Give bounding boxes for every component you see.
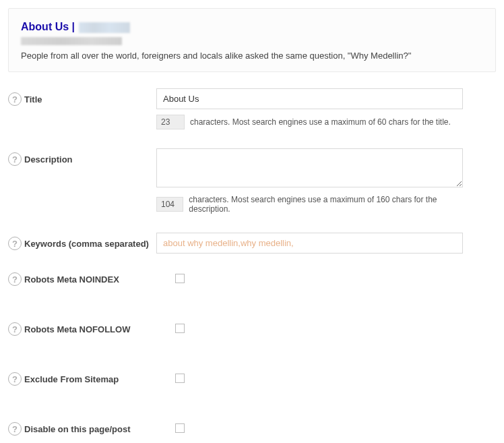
help-icon[interactable]: ? [8,372,22,386]
nofollow-checkbox[interactable] [175,324,185,333]
description-count: 104 [156,197,183,212]
noindex-checkbox[interactable] [175,274,185,283]
keywords-input[interactable] [156,233,463,254]
disable-checkbox[interactable] [175,423,185,433]
help-icon[interactable]: ? [8,152,22,166]
preview-description: People from all over the world, foreigne… [21,50,483,62]
preview-title: About Us | [21,21,483,33]
help-icon[interactable]: ? [8,237,22,250]
help-icon[interactable]: ? [8,422,22,436]
description-hint: characters. Most search engines use a ma… [189,195,463,214]
title-input[interactable] [156,88,463,109]
row-disable: ? Disable on this page/post [8,422,496,436]
label-description: Description [24,154,73,165]
help-icon[interactable]: ? [8,92,22,106]
title-count: 23 [156,115,185,129]
label-disable: Disable on this page/post [24,424,130,434]
row-title: ? Title 23 characters. Most search engin… [8,88,496,129]
seo-preview-card: About Us | People from all over the worl… [8,8,496,72]
label-nofollow: Robots Meta NOFOLLOW [24,324,130,334]
label-keywords: Keywords (comma separated) [24,239,149,249]
row-keywords: ? Keywords (comma separated) [8,233,496,254]
row-exclude-sitemap: ? Exclude From Sitemap [8,372,496,386]
title-hint: characters. Most search engines use a ma… [190,117,451,127]
help-icon[interactable]: ? [8,322,22,336]
preview-url-redacted [21,37,122,45]
row-nofollow: ? Robots Meta NOFOLLOW [8,322,496,336]
preview-title-prefix: About Us | [21,21,77,32]
description-input[interactable] [156,148,463,187]
row-description: ? Description 104 characters. Most searc… [8,148,496,214]
help-icon[interactable]: ? [8,272,22,286]
label-noindex: Robots Meta NOINDEX [24,274,119,285]
label-exclude-sitemap: Exclude From Sitemap [24,374,119,384]
exclude-sitemap-checkbox[interactable] [175,374,185,383]
label-title: Title [24,94,42,105]
preview-title-redacted [79,22,130,33]
row-noindex: ? Robots Meta NOINDEX [8,272,496,286]
